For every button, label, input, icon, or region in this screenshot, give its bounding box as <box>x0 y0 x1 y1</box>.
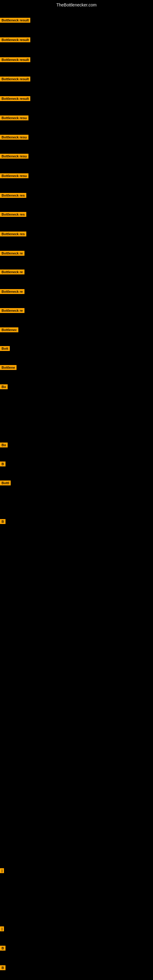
bottleneck-label: B <box>0 946 5 951</box>
site-title: TheBottlenecker.com <box>0 0 153 10</box>
bottleneck-label: Bottleneck res <box>0 232 26 236</box>
bottleneck-label: Bottleneck result <box>0 18 30 23</box>
bottleneck-label: Bottleneck resu <box>0 173 29 178</box>
bottleneck-label: Bottleneck result <box>0 37 30 42</box>
bottleneck-label: Bottleneck re <box>0 289 24 294</box>
bottleneck-label: Bottleneck re <box>0 251 24 256</box>
bottleneck-label: Bottleneck result <box>0 76 30 81</box>
bottleneck-label: | <box>0 926 4 931</box>
bottleneck-label: B <box>0 461 5 466</box>
bottleneck-label: | <box>0 868 4 873</box>
bottleneck-label: Bottleneck re <box>0 308 24 313</box>
bottleneck-label: Bottleneck res <box>0 193 26 198</box>
bottleneck-label: Bo <box>0 384 8 389</box>
bottleneck-label: B <box>0 519 5 524</box>
bottleneck-label: Bottleneck re <box>0 269 24 274</box>
bottleneck-label: Bottleneck res <box>0 212 26 217</box>
bottleneck-label: Bottlenec <box>0 328 18 332</box>
bottleneck-label: Bottleneck resu <box>0 115 29 120</box>
bottleneck-label: B <box>0 965 5 970</box>
bottleneck-label: Bottleneck resu <box>0 154 29 159</box>
bottleneck-label: Bottlene <box>0 365 16 370</box>
bottleneck-label: Bott <box>0 346 10 351</box>
bottleneck-label: Bottleneck resu <box>0 135 29 140</box>
bottleneck-label: Bottleneck result <box>0 96 30 101</box>
bottleneck-label: Bo <box>0 442 8 447</box>
bottleneck-label: Bottleneck result <box>0 57 30 62</box>
bottleneck-label: Bottl <box>0 480 11 485</box>
